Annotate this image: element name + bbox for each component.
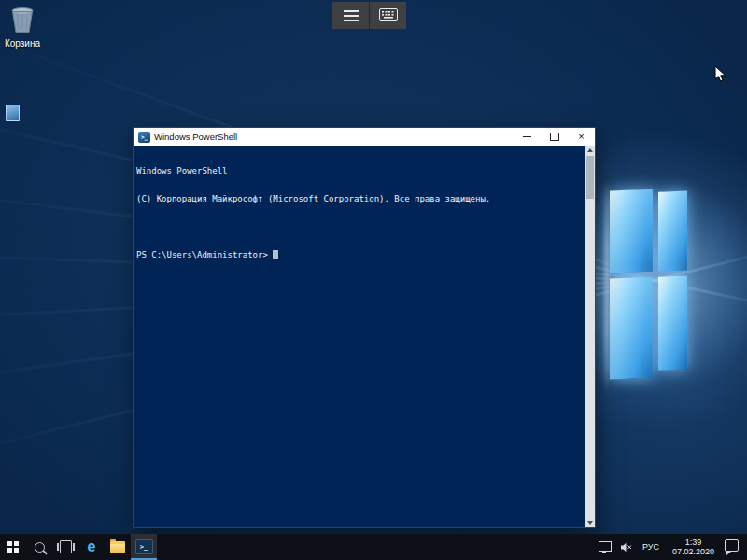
internet-explorer-icon: e: [88, 539, 96, 554]
powershell-icon: >_: [135, 539, 153, 554]
clock-time: 1:39: [672, 538, 714, 547]
task-view-icon: [60, 540, 72, 553]
vm-console-toolbar: [332, 2, 406, 29]
scroll-up-button[interactable]: [585, 146, 595, 155]
windows-logo-pane: [658, 191, 687, 272]
close-icon: ×: [578, 132, 584, 142]
minimize-icon: [523, 136, 531, 137]
language-indicator[interactable]: РУС: [636, 542, 666, 552]
search-icon: [35, 542, 45, 553]
recycle-bin-icon: [8, 21, 36, 36]
powershell-window: >_ Windows PowerShell × Windows PowerShe…: [134, 128, 595, 527]
wallpaper-light-streak: [605, 179, 608, 396]
console-output[interactable]: Windows PowerShell (C) Корпорация Майкро…: [134, 146, 585, 527]
taskbar-explorer-button[interactable]: [105, 534, 131, 560]
windows-logo: [610, 189, 688, 385]
window-controls: ×: [514, 128, 595, 146]
taskbar-clock[interactable]: 1:39 07.02.2020: [666, 538, 721, 556]
system-tray: РУС 1:39 07.02.2020: [594, 534, 747, 560]
windows-logo-pane: [658, 276, 687, 371]
taskbar: e >_ РУС 1:39 07.02.2020: [0, 534, 747, 560]
console-line: [136, 222, 585, 231]
desktop-icon-shortcut[interactable]: [6, 105, 20, 121]
taskbar-ie-button[interactable]: e: [78, 534, 105, 560]
windows-logo-pane: [610, 277, 653, 380]
screen: Корзина >: [0, 0, 747, 560]
desktop-icon-recycle-bin[interactable]: Корзина: [2, 6, 43, 49]
powershell-icon: >_: [138, 132, 150, 143]
scroll-down-button[interactable]: [585, 518, 595, 527]
task-view-button[interactable]: [52, 534, 78, 560]
maximize-icon: [550, 133, 559, 141]
scroll-up-icon: [587, 148, 593, 152]
start-button[interactable]: [0, 534, 26, 560]
console-cursor: [273, 250, 278, 259]
clock-date: 07.02.2020: [672, 547, 714, 556]
console-line: (C) Корпорация Майкрософт (Microsoft Cor…: [136, 194, 585, 203]
window-title: Windows PowerShell: [154, 132, 237, 142]
console-line: Windows PowerShell: [136, 166, 585, 175]
menu-icon: [344, 10, 359, 21]
title-bar[interactable]: >_ Windows PowerShell ×: [134, 128, 595, 146]
prompt-text: PS C:\Users\Administrator>: [136, 250, 268, 259]
vm-keyboard-button[interactable]: [370, 2, 406, 29]
keyboard-icon: [379, 8, 398, 23]
scrollbar[interactable]: [585, 146, 595, 527]
start-icon: [7, 541, 19, 553]
windows-logo-pane: [610, 189, 653, 273]
scrollbar-thumb[interactable]: [586, 156, 594, 199]
file-explorer-icon: [110, 541, 125, 553]
close-button[interactable]: ×: [568, 128, 595, 146]
prompt-line: PS C:\Users\Administrator>: [136, 250, 585, 259]
volume-icon[interactable]: [620, 542, 632, 553]
scroll-down-icon: [587, 521, 593, 525]
taskbar-powershell-button[interactable]: >_: [131, 534, 157, 560]
vm-menu-button[interactable]: [332, 2, 369, 29]
taskbar-search-button[interactable]: [26, 534, 52, 560]
mouse-cursor: [714, 65, 726, 87]
recycle-bin-label: Корзина: [2, 38, 43, 49]
action-center-icon[interactable]: [725, 539, 739, 552]
maximize-button[interactable]: [541, 128, 568, 146]
minimize-button[interactable]: [514, 128, 541, 146]
tray-display-icon[interactable]: [599, 541, 612, 552]
